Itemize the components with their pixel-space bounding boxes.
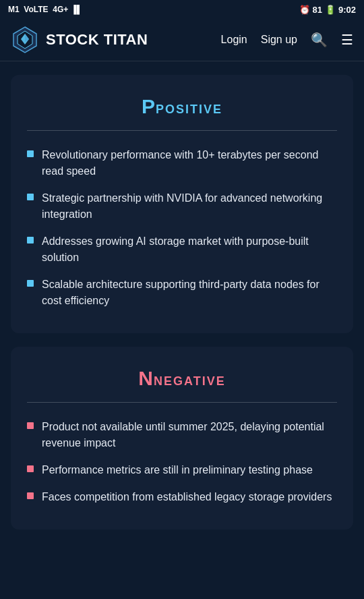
status-bar: M1 VoLTE 4G+ ▐▌ ⏰ 81 🔋 9:02 bbox=[0, 0, 364, 19]
menu-icon[interactable]: ☰ bbox=[341, 32, 353, 48]
bullet-icon bbox=[27, 150, 34, 157]
battery-level: 81 bbox=[313, 5, 322, 15]
brand: STOCK TITAN bbox=[11, 26, 148, 54]
search-icon[interactable]: 🔍 bbox=[311, 32, 328, 48]
positive-card: PPositive Revolutionary performance with… bbox=[11, 75, 353, 333]
positive-bullet-list: Revolutionary performance with 10+ terab… bbox=[27, 147, 337, 309]
time-display: 9:02 bbox=[338, 5, 356, 15]
list-item: Performance metrics are still in prelimi… bbox=[27, 462, 337, 478]
positive-item-4: Scalable architecture supporting third-p… bbox=[42, 277, 337, 309]
bullet-icon bbox=[27, 492, 34, 499]
negative-bullet-list: Product not available until summer 2025,… bbox=[27, 419, 337, 505]
list-item: Faces competition from established legac… bbox=[27, 489, 337, 505]
carrier-info: M1 VoLTE 4G+ bbox=[8, 5, 68, 14]
list-item: Product not available until summer 2025,… bbox=[27, 419, 337, 451]
bullet-icon bbox=[27, 280, 34, 287]
navbar: STOCK TITAN Login Sign up 🔍 ☰ bbox=[0, 19, 364, 61]
battery-icon: 🔋 bbox=[325, 5, 336, 15]
negative-item-2: Performance metrics are still in prelimi… bbox=[42, 462, 313, 478]
login-link[interactable]: Login bbox=[221, 34, 247, 46]
status-right: ⏰ 81 🔋 9:02 bbox=[299, 5, 357, 15]
list-item: Addresses growing AI storage market with… bbox=[27, 233, 337, 266]
positive-divider bbox=[27, 130, 337, 131]
signup-link[interactable]: Sign up bbox=[261, 34, 297, 46]
bullet-icon bbox=[27, 237, 34, 244]
list-item: Strategic partnership with NVIDIA for ad… bbox=[27, 190, 337, 223]
main-content: PPositive Revolutionary performance with… bbox=[0, 61, 364, 543]
positive-card-title: PPositive bbox=[27, 95, 337, 118]
bullet-icon bbox=[27, 194, 34, 200]
signal-icon: ▐▌ bbox=[71, 5, 82, 14]
list-item: Revolutionary performance with 10+ terab… bbox=[27, 147, 337, 179]
positive-item-1: Revolutionary performance with 10+ terab… bbox=[42, 147, 337, 179]
negative-card-title: NNegative bbox=[27, 367, 337, 390]
negative-item-1: Product not available until summer 2025,… bbox=[42, 419, 337, 451]
navbar-actions: Login Sign up 🔍 ☰ bbox=[221, 32, 353, 48]
bullet-icon bbox=[27, 465, 34, 472]
list-item: Scalable architecture supporting third-p… bbox=[27, 277, 337, 309]
negative-item-3: Faces competition from established legac… bbox=[42, 489, 332, 505]
status-left: M1 VoLTE 4G+ ▐▌ bbox=[8, 5, 82, 14]
negative-divider bbox=[27, 402, 337, 403]
brand-name: STOCK TITAN bbox=[46, 31, 148, 49]
bullet-icon bbox=[27, 422, 34, 429]
positive-item-2: Strategic partnership with NVIDIA for ad… bbox=[42, 190, 337, 223]
negative-card: NNegative Product not available until su… bbox=[11, 347, 353, 530]
brand-logo-icon bbox=[11, 26, 39, 54]
positive-item-3: Addresses growing AI storage market with… bbox=[42, 233, 337, 266]
alarm-icon: ⏰ bbox=[299, 5, 310, 15]
